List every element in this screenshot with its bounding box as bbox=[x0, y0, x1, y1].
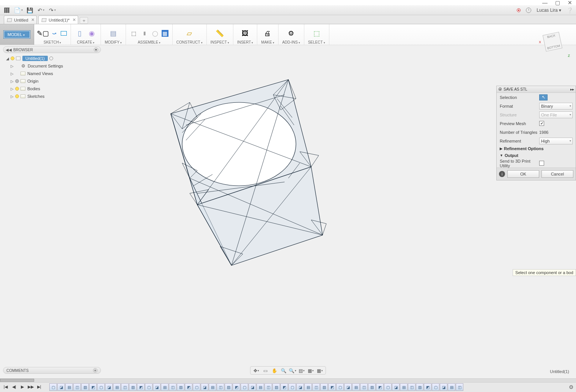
browser-collapse-icon[interactable]: ● bbox=[94, 47, 98, 52]
visibility-bulb-icon[interactable] bbox=[15, 94, 19, 98]
timeline-scrollbar[interactable] bbox=[0, 379, 576, 383]
timeline-operation[interactable]: ▧ bbox=[320, 383, 328, 391]
refinement-select[interactable]: High bbox=[539, 138, 573, 144]
timeline-operation[interactable]: ▧ bbox=[272, 383, 280, 391]
look-at-button[interactable]: ▭ bbox=[261, 367, 269, 374]
timeline-operation[interactable]: ▢ bbox=[193, 383, 200, 391]
timeline-operation[interactable]: ◪ bbox=[201, 383, 208, 391]
ribbon-group-label[interactable]: INSERT bbox=[237, 40, 253, 44]
ok-button[interactable]: OK bbox=[507, 170, 539, 178]
grid-settings-button[interactable]: ▦ bbox=[307, 367, 315, 374]
ribbon-group-label[interactable]: MAKE bbox=[261, 40, 274, 44]
ribbon-group-label[interactable]: CREATE bbox=[77, 40, 94, 44]
selection-picker[interactable]: ↖ bbox=[539, 94, 548, 100]
timeline-operation[interactable]: ▤ bbox=[448, 383, 455, 391]
measure-icon[interactable]: 📏 bbox=[215, 28, 225, 38]
press-pull-icon[interactable]: ▤ bbox=[108, 28, 118, 38]
timeline-operation[interactable]: ▢ bbox=[336, 383, 344, 391]
addins-icon[interactable]: ⚙ bbox=[286, 28, 296, 38]
file-new-button[interactable]: 📄 bbox=[14, 6, 22, 14]
plane-icon[interactable]: ▱ bbox=[184, 28, 194, 38]
help-button[interactable]: ❔ bbox=[567, 7, 573, 13]
timeline-operation[interactable]: ▤ bbox=[304, 383, 312, 391]
timeline-operation[interactable]: ◫ bbox=[456, 383, 463, 391]
job-status-icon[interactable] bbox=[517, 8, 521, 12]
tree-item[interactable]: ▷ Document Settings bbox=[3, 62, 101, 70]
zoom-button[interactable]: 🔍 bbox=[279, 367, 288, 374]
timeline-operation[interactable]: ◩ bbox=[280, 383, 288, 391]
fit-button[interactable]: 🔍 bbox=[288, 367, 297, 374]
browser-header[interactable]: ◀◀ BROWSER ● bbox=[3, 46, 101, 53]
rectangle-icon[interactable] bbox=[61, 31, 67, 36]
timeline-operation[interactable]: ◪ bbox=[105, 383, 113, 391]
create-sketch-icon[interactable]: ✎▢ bbox=[38, 28, 48, 38]
app-grid-icon[interactable] bbox=[3, 6, 11, 14]
timeline-operation[interactable]: ▤ bbox=[209, 383, 216, 391]
panel-section-output[interactable]: ▼Output bbox=[497, 152, 576, 159]
tree-item[interactable]: ▷ Named Views bbox=[3, 70, 101, 77]
ribbon-group-label[interactable]: SELECT bbox=[308, 40, 325, 44]
timeline-operation[interactable]: ▢ bbox=[97, 383, 105, 391]
close-tab-icon[interactable]: ✕ bbox=[72, 17, 76, 22]
timeline-operation[interactable]: ▤ bbox=[257, 383, 264, 391]
comments-bar[interactable]: COMMENTS + bbox=[3, 367, 101, 374]
timeline-operation[interactable]: ▢ bbox=[384, 383, 392, 391]
ribbon-group-label[interactable]: ASSEMBLE bbox=[138, 40, 161, 44]
assemble-icon[interactable]: ⬚ bbox=[130, 29, 138, 38]
timeline-operation[interactable]: ◩ bbox=[89, 383, 97, 391]
timeline-operation[interactable]: ◫ bbox=[121, 383, 129, 391]
timeline-operation[interactable]: ▧ bbox=[416, 383, 423, 391]
insert-icon[interactable]: 🖼 bbox=[240, 28, 250, 38]
tree-item[interactable]: ▷ Sketches bbox=[3, 93, 101, 100]
timeline-operation[interactable]: ◪ bbox=[440, 383, 447, 391]
timeline-operation[interactable]: ◩ bbox=[424, 383, 431, 391]
user-menu[interactable]: Lucas Lira ▾ bbox=[537, 8, 561, 13]
line-icon[interactable]: ⤻ bbox=[50, 29, 58, 38]
timeline-operation[interactable]: ◪ bbox=[57, 383, 65, 391]
timeline-operation[interactable]: ▢ bbox=[288, 383, 296, 391]
workspace-button[interactable]: MODEL bbox=[3, 30, 30, 39]
timeline-operation[interactable]: ◫ bbox=[217, 383, 224, 391]
timeline-operation[interactable]: ◫ bbox=[312, 383, 320, 391]
timeline-operation[interactable]: ▧ bbox=[225, 383, 232, 391]
close-tab-icon[interactable]: ✕ bbox=[31, 17, 35, 22]
save-button[interactable]: 💾 bbox=[26, 6, 33, 14]
joint-icon[interactable]: ⫴ bbox=[140, 29, 149, 38]
select-icon[interactable]: ⬚ bbox=[312, 28, 321, 38]
tree-item[interactable]: ▷ Bodies bbox=[3, 85, 101, 93]
ribbon-group-label[interactable]: INSPECT bbox=[211, 40, 229, 44]
pan-button[interactable]: ✋ bbox=[270, 367, 279, 374]
timeline-step-back-button[interactable]: ◀| bbox=[11, 383, 17, 390]
timeline-operation[interactable]: ▤ bbox=[161, 383, 168, 391]
timeline-operation[interactable]: ◫ bbox=[169, 383, 176, 391]
send-3d-checkbox[interactable] bbox=[539, 161, 544, 166]
cancel-button[interactable]: Cancel bbox=[541, 170, 573, 178]
visibility-bulb-icon[interactable] bbox=[11, 56, 14, 60]
timeline-operation[interactable]: ◩ bbox=[233, 383, 240, 391]
viewcube-face[interactable]: BOTTOM bbox=[546, 44, 562, 50]
maximize-button[interactable]: ▢ bbox=[555, 0, 560, 6]
timeline-operation[interactable]: ◩ bbox=[376, 383, 384, 391]
display-settings-button[interactable]: ▤ bbox=[297, 367, 306, 374]
timeline-operation[interactable]: ▧ bbox=[81, 383, 89, 391]
timeline-operation[interactable]: ▧ bbox=[177, 383, 184, 391]
timeline-operation[interactable]: ◩ bbox=[328, 383, 336, 391]
timeline-operation[interactable]: ◪ bbox=[296, 383, 304, 391]
add-comment-icon[interactable]: + bbox=[93, 368, 98, 373]
notifications-icon[interactable] bbox=[526, 8, 531, 13]
timeline-step-fwd-button[interactable]: ▶▶ bbox=[27, 383, 34, 390]
sphere-joint-icon[interactable]: ◯ bbox=[151, 29, 159, 38]
timeline-operation[interactable]: ◪ bbox=[392, 383, 400, 391]
timeline-operation[interactable]: ◫ bbox=[360, 383, 368, 391]
sphere-icon[interactable]: ◉ bbox=[87, 28, 97, 38]
timeline-operation[interactable]: ◫ bbox=[264, 383, 272, 391]
ribbon-group-label[interactable]: ADD-INS bbox=[282, 40, 300, 44]
timeline-operation[interactable]: ▤ bbox=[352, 383, 360, 391]
new-tab-button[interactable]: + bbox=[80, 17, 88, 24]
viewcube-face[interactable]: BACK bbox=[543, 33, 560, 40]
viewport-button[interactable]: ▦ bbox=[316, 367, 324, 374]
timeline-operation[interactable]: ◪ bbox=[249, 383, 256, 391]
visibility-bulb-icon[interactable] bbox=[15, 79, 19, 83]
close-button[interactable]: ✕ bbox=[568, 0, 572, 6]
workspace-switcher[interactable]: MODEL bbox=[0, 24, 34, 45]
